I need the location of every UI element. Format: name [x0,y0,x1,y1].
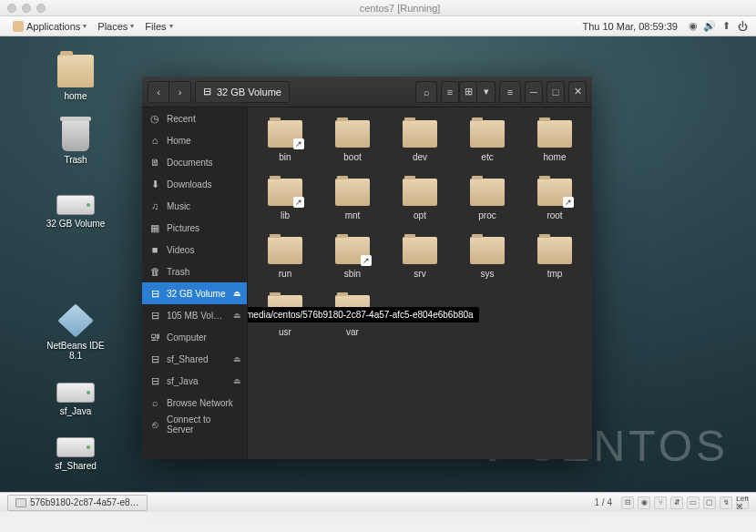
sidebar-item-music[interactable]: ♫Music [142,195,247,217]
folder-boot[interactable]: boot [322,120,383,162]
folder-root[interactable]: root [525,179,585,220]
forward-button[interactable]: › [169,81,191,103]
folder-label: opt [390,210,450,220]
eject-icon[interactable]: ⏏ [233,311,241,320]
folder-lib[interactable]: lib [255,179,315,220]
folder-opt[interactable]: opt [390,179,450,220]
view-grid-button[interactable]: ⊞ [459,81,477,103]
eject-icon[interactable]: ⏏ [233,289,241,298]
vm-optical-icon[interactable]: ◉ [638,496,650,509]
chevron-down-icon: ▾ [83,22,87,30]
window-minimize-button[interactable]: ─ [525,81,543,103]
sidebar-item-trash[interactable]: 🗑Trash [142,261,247,282]
files-app-menu[interactable]: Files▾ [139,21,178,32]
applications-menu[interactable]: Applications▾ [7,21,92,32]
vm-shared-icon[interactable]: ▭ [687,496,700,509]
window-close-button[interactable]: ✕ [568,81,587,103]
folder-run[interactable]: run [255,237,315,279]
sidebar-item-computer[interactable]: 🖳Computer [142,326,247,348]
view-list-button[interactable]: ≡ [441,81,459,103]
network-icon[interactable]: ⬆ [720,20,732,33]
folder-sys[interactable]: sys [457,237,517,279]
trash-icon [62,120,89,151]
folder-tmp[interactable]: tmp [525,237,585,279]
desktop[interactable]: homeTrash32 GB VolumeNetBeans IDE 8.1sf_… [0,36,756,512]
window-maximize-button[interactable]: □ [547,81,565,103]
desktop-icon-trash[interactable]: Trash [44,120,107,165]
folder-label: sys [457,269,517,279]
drive-icon [56,383,95,403]
folder-etc[interactable]: etc [457,120,517,162]
folder-icon [470,237,505,264]
host-titlebar: centos7 [Running] [0,0,756,16]
sidebar-item-sf-shared[interactable]: ⊟sf_Shared⏏ [142,348,247,370]
hamburger-menu-button[interactable]: ≡ [499,81,521,103]
folder-home[interactable]: home [525,120,585,162]
volume-icon[interactable]: 🔊 [703,20,716,33]
vm-network-icon[interactable]: ⇵ [670,496,683,509]
eject-icon[interactable]: ⏏ [233,354,241,363]
video-icon: ■ [149,244,160,255]
desktop-icon-32-gb-volume[interactable]: 32 GB Volume [44,186,107,229]
folder-bin[interactable]: bin [255,120,315,162]
folder-icon [335,120,370,148]
vm-disk-icon[interactable]: ⊟ [621,496,634,509]
folder-sbin[interactable]: sbin [322,237,383,279]
close-traffic-light[interactable] [7,4,16,13]
sidebar-item-label: Computer [167,332,207,343]
sidebar-item-sf-java[interactable]: ⊟sf_Java⏏ [142,370,247,392]
places-menu[interactable]: Places▾ [92,21,139,32]
sidebar-item-label: sf_Java [167,376,198,386]
sidebar-item-105-mb-vol-[interactable]: ⊟105 MB Vol…⏏ [142,304,247,326]
view-options-button[interactable]: ▾ [477,81,495,103]
desktop-icon-label: sf_Java [44,406,107,416]
folder-label: srv [390,269,450,279]
sidebar-item-pictures[interactable]: ▦Pictures [142,217,247,239]
sidebar-item-label: Pictures [167,223,199,233]
vm-mouse-icon[interactable]: ↯ [720,496,732,509]
disk-icon: ⊟ [149,288,160,299]
folder-dev[interactable]: dev [390,120,450,162]
folder-icon [268,179,302,206]
sidebar-item-connect-to-server[interactable]: ⎋Connect to Server [142,414,247,435]
zoom-traffic-light[interactable] [36,4,46,13]
file-manager-content[interactable]: binbootdevetchomelibmntoptprocrootrunsbi… [248,107,592,459]
folder-proc[interactable]: proc [457,179,517,220]
eject-icon[interactable]: ⏏ [233,376,241,385]
sidebar-item-home[interactable]: ⌂Home [142,129,247,151]
sidebar-item-label: Documents [167,158,213,168]
clock[interactable]: Thu 10 Mar, 08:59:39 [577,21,683,32]
taskbar-window-button[interactable]: 576b9180-2c87-4a57-e8… [7,495,148,511]
sidebar-item-label: Home [167,136,191,146]
desktop-icon-sf_shared[interactable]: sf_Shared [44,428,107,471]
search-button[interactable]: ⌕ [415,81,437,103]
file-manager-sidebar: ◷Recent⌂Home🗎Documents⬇Downloads♫Music▦P… [142,107,248,459]
sidebar-item-documents[interactable]: 🗎Documents [142,151,247,173]
file-manager-header: ‹ › ⊟ 32 GB Volume ⌕ ≡ ⊞ ▾ ≡ ─ □ ✕ [142,77,592,107]
sidebar-item-recent[interactable]: ◷Recent [142,107,247,129]
power-icon[interactable]: ⏻ [736,20,749,33]
back-button[interactable]: ‹ [148,81,169,103]
folder-mnt[interactable]: mnt [322,179,383,220]
desktop-icon-sf_java[interactable]: sf_Java [44,373,107,416]
workspace-pager[interactable]: 1 / 4 [586,497,621,507]
sidebar-item-browse-network[interactable]: ⌕Browse Network [142,392,247,414]
vm-display-icon[interactable]: ▢ [703,496,716,509]
desktop-icon-home[interactable]: home [44,55,107,101]
folder-icon [537,120,572,148]
folder-label: run [255,269,315,279]
sidebar-item-videos[interactable]: ■Videos [142,239,247,261]
sidebar-item-label: sf_Shared [167,354,209,364]
folder-label: boot [322,152,383,162]
minimize-traffic-light[interactable] [22,4,31,13]
folder-label: sbin [322,269,383,279]
sidebar-item-downloads[interactable]: ⬇Downloads [142,173,247,195]
desktop-icon-netbeans-ide-8.1[interactable]: NetBeans IDE 8.1 [44,304,107,361]
sidebar-item-label: Music [167,201,190,211]
location-bar[interactable]: ⊟ 32 GB Volume [195,81,290,103]
chevron-down-icon: ▾ [130,22,134,30]
folder-srv[interactable]: srv [390,237,450,279]
accessibility-icon[interactable]: ◉ [687,20,700,33]
sidebar-item-32-gb-volume[interactable]: ⊟32 GB Volume⏏ [142,282,247,304]
vm-usb-icon[interactable]: ⑂ [654,496,667,509]
